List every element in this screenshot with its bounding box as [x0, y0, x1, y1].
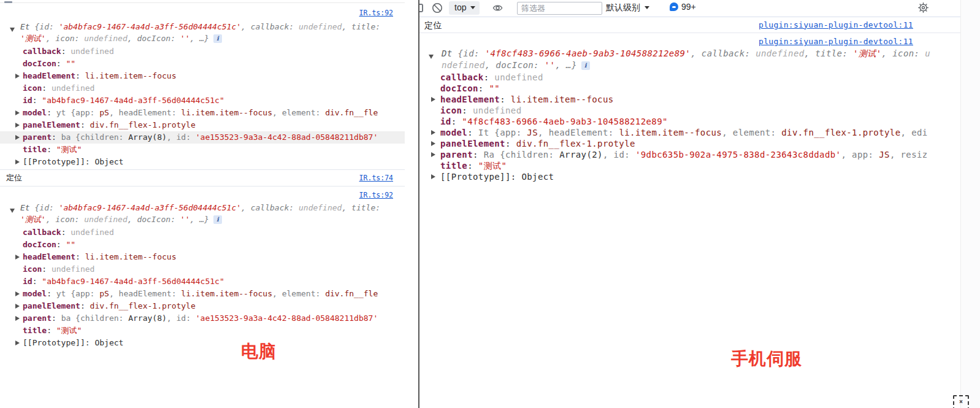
- token-d: :: [61, 47, 71, 56]
- object-preview-row[interactable]: Et {id: 'ab4bfac9-1467-4a4d-a3ff-56d0444…: [0, 19, 383, 45]
- console-panel-computer: IR.ts:92Et {id: 'ab4bfac9-1467-4a4d-a3ff…: [0, 0, 405, 408]
- token-e: div.fn__flex-1.protyle: [516, 139, 635, 148]
- chevron-down-icon: [470, 6, 475, 9]
- expand-arrow-icon[interactable]: [15, 255, 20, 260]
- scrollbar-gutter[interactable]: [960, 0, 980, 408]
- javascript-context-selector[interactable]: top: [449, 1, 480, 15]
- token-d: Array(2): [559, 150, 603, 160]
- token-d: :: [473, 150, 484, 160]
- token-cn: Et: [20, 22, 34, 31]
- expand-arrow-icon[interactable]: [431, 174, 435, 179]
- expand-arrow-icon[interactable]: [15, 110, 20, 115]
- collapse-arrow-icon[interactable]: [10, 209, 15, 213]
- token-g: {id:: [458, 48, 485, 58]
- token-u: undefined: [71, 228, 113, 237]
- console-toolbar: top 默认级别 99+: [419, 0, 960, 17]
- expand-arrow-icon[interactable]: [15, 341, 20, 345]
- property-row-parent[interactable]: parent: ba {children: Array(8), id: 'ae1…: [0, 131, 405, 144]
- token-d: :: [56, 59, 66, 68]
- collapse-arrow-icon[interactable]: [10, 28, 15, 32]
- property-row-parent[interactable]: parent: Ra {children: Array(2), id: '9db…: [419, 149, 960, 160]
- source-link[interactable]: IR.ts:92: [359, 191, 393, 199]
- sidebar-toggle-icon-fragment[interactable]: [419, 4, 423, 12]
- token-d: :: [47, 289, 56, 298]
- token-u: undefined: [299, 203, 342, 212]
- info-icon: i: [213, 215, 222, 224]
- token-d: Array(8): [128, 133, 167, 142]
- token-d: Object: [94, 338, 123, 347]
- source-link[interactable]: plugin:siyuan-plugin-devtool:11: [759, 20, 913, 31]
- property-row-prototype[interactable]: [[Prototype]]: Object: [0, 337, 405, 349]
- issues-bubble-icon: [670, 2, 678, 11]
- token-k: callback: [440, 72, 484, 82]
- expand-arrow-icon[interactable]: [431, 152, 435, 157]
- token-e: JS: [879, 150, 890, 160]
- object-preview-row[interactable]: Et {id: 'ab4bfac9-1467-4a4d-a3ff-56d0444…: [0, 200, 383, 226]
- expand-arrow-icon[interactable]: [15, 123, 20, 128]
- token-e: div.fn__flex-1.protyle: [90, 120, 196, 129]
- token-k: title: [440, 161, 467, 171]
- expand-arrow-icon[interactable]: [431, 141, 435, 146]
- property-row-model[interactable]: model: yt {app: pS, headElement: li.item…: [0, 288, 405, 300]
- property-row-headElement[interactable]: headElement: li.item.item--focus: [0, 70, 405, 82]
- expand-arrow-icon[interactable]: [15, 316, 20, 321]
- token-d: :: [451, 117, 462, 126]
- broken-image-icon: ×: [953, 395, 969, 408]
- property-row-prototype[interactable]: [[Prototype]]: Object: [0, 156, 405, 168]
- source-link[interactable]: plugin:siyuan-plugin-devtool:11: [759, 37, 913, 46]
- issues-counter[interactable]: 99+: [670, 2, 696, 12]
- token-g: , headElement:: [109, 289, 181, 298]
- token-g: docIcon:: [496, 60, 544, 70]
- source-link[interactable]: IR.ts:92: [359, 9, 393, 17]
- token-g: , id:: [603, 150, 635, 160]
- token-k: icon: [23, 83, 42, 93]
- expand-arrow-icon[interactable]: [15, 304, 20, 309]
- source-link-row: plugin:siyuan-plugin-devtool:11: [419, 33, 960, 47]
- expand-arrow-icon[interactable]: [15, 160, 20, 164]
- token-e: pS: [99, 108, 109, 117]
- token-u: undefined: [52, 264, 94, 274]
- token-g: ,: [691, 48, 702, 58]
- token-d: [[Prototype]]: [440, 172, 511, 182]
- live-expression-eye-icon[interactable]: [492, 2, 503, 13]
- token-d: :: [75, 71, 85, 80]
- console-output-computer: IR.ts:92Et {id: 'ab4bfac9-1467-4a4d-a3ff…: [0, 2, 405, 349]
- property-row-panelElement[interactable]: panelElement: div.fn__flex-1.protyle: [0, 119, 405, 131]
- source-link[interactable]: IR.ts:74: [359, 172, 393, 184]
- property-row-panelElement[interactable]: panelElement: div.fn__flex-1.protyle: [0, 300, 405, 312]
- expand-arrow-icon[interactable]: [15, 74, 20, 79]
- property-row-headElement[interactable]: headElement: li.item.item--focus: [419, 94, 960, 105]
- settings-gear-icon[interactable]: [917, 2, 928, 13]
- property-row-headElement[interactable]: headElement: li.item.item--focus: [0, 251, 405, 263]
- token-s: "": [489, 83, 500, 93]
- token-k: parent: [23, 314, 52, 323]
- object-preview-row[interactable]: Dt {id: '4f8cf483-6966-4aeb-9ab3-1045882…: [419, 47, 932, 72]
- expand-arrow-icon[interactable]: [15, 291, 20, 296]
- expand-arrow-icon[interactable]: [431, 97, 435, 102]
- token-d: :: [75, 252, 85, 261]
- log-message-row: 定位IR.ts:74: [0, 169, 405, 187]
- log-levels-dropdown[interactable]: 默认级别: [606, 2, 649, 13]
- clear-console-icon[interactable]: [432, 2, 443, 13]
- collapse-arrow-icon[interactable]: [429, 55, 434, 59]
- expand-arrow-icon[interactable]: [15, 135, 20, 140]
- info-icon: i: [581, 61, 590, 70]
- token-k: headElement: [440, 94, 500, 104]
- property-row-model[interactable]: model: yt {app: pS, headElement: li.item…: [0, 107, 405, 119]
- token-g: , id:: [167, 314, 196, 323]
- property-row-panelElement[interactable]: panelElement: div.fn__flex-1.protyle: [419, 138, 960, 149]
- token-g: {id:: [34, 22, 58, 31]
- token-g: ,: [241, 203, 251, 212]
- token-u: undefined: [299, 22, 342, 31]
- filter-input[interactable]: [517, 2, 602, 15]
- token-g: ,: [46, 215, 56, 224]
- token-d: :: [467, 128, 478, 137]
- property-row-prototype[interactable]: [[Prototype]]: Object: [419, 171, 960, 182]
- token-g: yt {app:: [56, 289, 99, 298]
- property-row-model[interactable]: model: It {app: JS, headElement: li.item…: [419, 127, 960, 138]
- chevron-down-icon: [645, 6, 649, 9]
- token-e: pS: [99, 289, 109, 298]
- token-d: [[Prototype]]: [23, 338, 85, 347]
- expand-arrow-icon[interactable]: [431, 130, 435, 135]
- property-row-parent[interactable]: parent: ba {children: Array(8), id: 'ae1…: [0, 312, 405, 325]
